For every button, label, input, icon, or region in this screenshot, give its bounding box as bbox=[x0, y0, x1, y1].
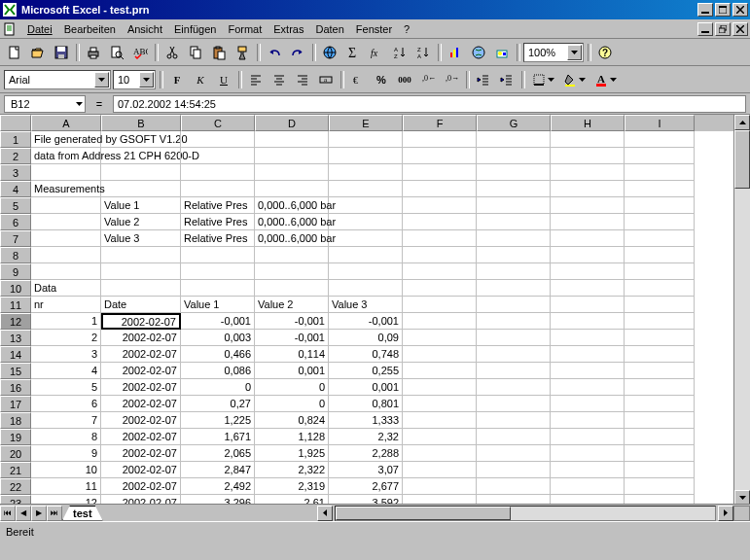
name-box[interactable]: B12 bbox=[4, 95, 86, 113]
cell[interactable] bbox=[329, 131, 403, 148]
scroll-right-icon[interactable] bbox=[718, 506, 733, 521]
cell[interactable]: -0,001 bbox=[255, 313, 329, 330]
tab-first-button[interactable]: ⏮ bbox=[0, 506, 16, 521]
new-button[interactable] bbox=[4, 42, 25, 63]
menu-fenster[interactable]: Fenster bbox=[350, 21, 398, 37]
cell[interactable] bbox=[477, 280, 551, 297]
cell[interactable] bbox=[477, 297, 551, 313]
cell[interactable] bbox=[625, 445, 695, 462]
row-header[interactable]: 7 bbox=[0, 230, 31, 247]
column-header[interactable]: C bbox=[181, 115, 255, 131]
cell[interactable] bbox=[477, 462, 551, 478]
cell[interactable] bbox=[477, 363, 551, 379]
align-right-button[interactable] bbox=[292, 69, 313, 90]
row-header[interactable]: 5 bbox=[0, 197, 31, 214]
cell[interactable] bbox=[31, 263, 101, 280]
scroll-up-icon[interactable] bbox=[734, 115, 750, 130]
maximize-button[interactable] bbox=[715, 3, 731, 17]
thousands-button[interactable]: 000 bbox=[394, 69, 415, 90]
drawing-button[interactable] bbox=[491, 42, 513, 63]
open-button[interactable] bbox=[27, 42, 49, 63]
cell[interactable]: 0,09 bbox=[329, 330, 403, 346]
cell[interactable]: 5 bbox=[31, 379, 101, 396]
cell[interactable]: 1,671 bbox=[181, 429, 255, 445]
cell[interactable]: File generated by GSOFT V1.20 bbox=[31, 131, 101, 148]
column-header[interactable]: B bbox=[101, 115, 181, 131]
undo-button[interactable] bbox=[264, 42, 285, 63]
cell[interactable] bbox=[551, 214, 625, 230]
cell[interactable]: Value 1 bbox=[101, 197, 181, 214]
cell[interactable] bbox=[403, 462, 477, 478]
function-button[interactable]: fx bbox=[366, 42, 387, 63]
cell[interactable]: 3,592 bbox=[329, 495, 403, 504]
cell[interactable]: 2,847 bbox=[181, 462, 255, 478]
cell[interactable]: 0,001 bbox=[255, 363, 329, 379]
formula-input[interactable]: 07.02.2002 14:54:25 bbox=[113, 95, 746, 113]
cell[interactable] bbox=[403, 297, 477, 313]
menu-format[interactable]: Format bbox=[222, 21, 268, 37]
cell[interactable] bbox=[625, 247, 695, 263]
font-name-combo[interactable]: Arial bbox=[4, 70, 111, 89]
cell[interactable]: 0,001 bbox=[329, 379, 403, 396]
cell[interactable]: 0 bbox=[255, 379, 329, 396]
cell[interactable] bbox=[403, 230, 477, 247]
cell[interactable]: 0,27 bbox=[181, 396, 255, 412]
zoom-combo[interactable]: 100% bbox=[523, 43, 584, 62]
cell[interactable]: 0,114 bbox=[255, 346, 329, 363]
cell[interactable]: Measurements bbox=[31, 181, 101, 197]
cell[interactable] bbox=[551, 445, 625, 462]
cell[interactable] bbox=[31, 247, 101, 263]
cell[interactable] bbox=[101, 263, 181, 280]
cell[interactable]: 3 bbox=[31, 346, 101, 363]
cell[interactable] bbox=[477, 230, 551, 247]
align-left-button[interactable] bbox=[245, 69, 267, 90]
column-header[interactable]: I bbox=[625, 115, 695, 131]
column-header[interactable]: A bbox=[31, 115, 101, 131]
cell[interactable] bbox=[551, 181, 625, 197]
font-color-button[interactable]: A bbox=[590, 69, 620, 90]
cell[interactable]: 2002-02-07 bbox=[101, 346, 181, 363]
cell[interactable] bbox=[477, 379, 551, 396]
cell[interactable] bbox=[551, 280, 625, 297]
cell[interactable]: 2002-02-07 bbox=[101, 462, 181, 478]
cell[interactable] bbox=[477, 478, 551, 495]
cell[interactable] bbox=[551, 462, 625, 478]
cell[interactable] bbox=[477, 263, 551, 280]
cell[interactable] bbox=[551, 197, 625, 214]
chart-button[interactable] bbox=[445, 42, 466, 63]
row-header[interactable]: 23 bbox=[0, 495, 31, 504]
cell[interactable] bbox=[625, 379, 695, 396]
cell[interactable] bbox=[477, 495, 551, 504]
borders-button[interactable] bbox=[528, 69, 557, 90]
cell[interactable]: 0,000..6,000 bar bbox=[255, 230, 329, 247]
select-all-corner[interactable] bbox=[0, 115, 31, 131]
menu-help[interactable]: ? bbox=[398, 21, 415, 37]
column-header[interactable]: E bbox=[329, 115, 403, 131]
cell[interactable] bbox=[551, 164, 625, 181]
close-button[interactable] bbox=[732, 3, 748, 17]
cell[interactable]: 2,322 bbox=[255, 462, 329, 478]
cell[interactable]: Relative Pres bbox=[181, 214, 255, 230]
cell[interactable] bbox=[477, 445, 551, 462]
cell[interactable] bbox=[551, 230, 625, 247]
cell[interactable] bbox=[625, 412, 695, 429]
tab-last-button[interactable]: ⏭ bbox=[47, 506, 62, 521]
cell[interactable] bbox=[329, 214, 403, 230]
cell[interactable] bbox=[625, 313, 695, 330]
cell[interactable]: 2002-02-07 bbox=[101, 495, 181, 504]
cell[interactable] bbox=[403, 478, 477, 495]
cell[interactable]: 0 bbox=[181, 379, 255, 396]
cell[interactable] bbox=[551, 379, 625, 396]
cell[interactable] bbox=[551, 412, 625, 429]
underline-button[interactable]: U bbox=[213, 69, 234, 90]
cell[interactable] bbox=[101, 164, 181, 181]
cell[interactable] bbox=[625, 214, 695, 230]
format-painter-button[interactable] bbox=[232, 42, 253, 63]
bold-button[interactable]: F bbox=[166, 69, 188, 90]
row-header[interactable]: 13 bbox=[0, 330, 31, 346]
doc-close-button[interactable] bbox=[732, 22, 748, 36]
cell[interactable]: 2,61 bbox=[255, 495, 329, 504]
cell[interactable] bbox=[625, 131, 695, 148]
cell[interactable]: Relative Pres bbox=[181, 197, 255, 214]
menu-einfuegen[interactable]: Einfügen bbox=[168, 21, 222, 37]
